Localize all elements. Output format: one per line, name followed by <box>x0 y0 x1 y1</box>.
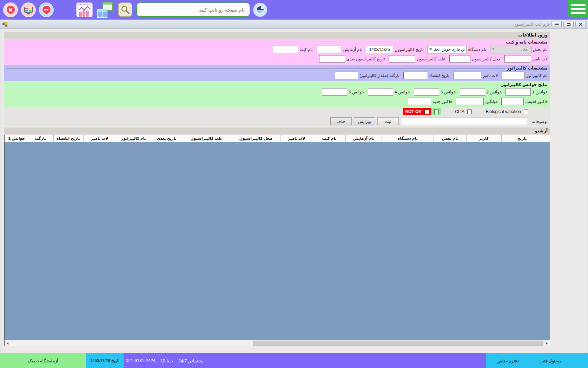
not-ok-checkbox[interactable] <box>424 110 429 114</box>
column-header-reason[interactable]: علت کالیبراسیون <box>182 135 231 142</box>
column-header-date[interactable]: تاریخ <box>501 135 543 142</box>
lot-number-input[interactable] <box>504 55 531 63</box>
reading4-label: خوانش 4 <box>395 90 410 94</box>
tech-manager-link[interactable]: مسئول فنی <box>540 358 562 363</box>
arrow-left-icon <box>7 342 8 345</box>
calib-reason-input[interactable] <box>389 55 415 63</box>
reading4-input[interactable] <box>368 88 393 96</box>
window-title: فرم ثبت کالیبراسیون <box>513 22 550 27</box>
next-calib-date-input[interactable] <box>319 55 345 63</box>
archive-table-body <box>5 142 550 340</box>
submit-button[interactable]: ثبت <box>377 117 399 125</box>
kit-name-input[interactable] <box>273 46 298 53</box>
biological-variation-checkbox[interactable] <box>524 110 528 114</box>
minimize-app-button[interactable] <box>39 2 54 17</box>
reading2-input[interactable] <box>460 88 485 96</box>
calibration-form-window: فرم ثبت کالیبراسیون ورود اطلاعات مشخصات … <box>0 19 588 353</box>
column-header-calibrator[interactable]: نام کالیبراتور <box>116 135 151 142</box>
lab-name-segment: آزمایشگاه دیمیک <box>0 353 86 368</box>
window-titlebar: فرم ثبت کالیبراسیون <box>0 20 588 29</box>
scroll-left-button[interactable] <box>5 340 11 346</box>
calibrator-name-input[interactable] <box>502 72 525 79</box>
section-base-kit: مشخصات پایه و کیت نام بخش انعقاد نام دست… <box>4 39 550 65</box>
reading5-input[interactable] <box>322 88 347 96</box>
horizontal-scrollbar[interactable] <box>5 340 550 346</box>
column-header-location[interactable]: محل کالیبراسیون <box>231 135 280 142</box>
close-button[interactable] <box>575 21 586 27</box>
lot-number-label: لات نامبر <box>533 57 548 61</box>
reading1-label: خوانش 1 <box>532 90 548 94</box>
charts-button[interactable] <box>76 2 93 17</box>
chevron-down-icon <box>492 48 495 50</box>
old-factor-input[interactable] <box>501 98 524 105</box>
maximize-button[interactable] <box>563 21 574 27</box>
calib-location-input[interactable] <box>449 55 470 63</box>
section-calibrator: مشخصات کالیبراتور نام کالیبراتور لات نام… <box>4 65 550 81</box>
readings-title: نتایج خوانش کالیبراتور <box>501 82 548 87</box>
entry-header: ورود اطلاعات <box>4 32 550 39</box>
column-header-next-date[interactable]: تاریخ بعدی <box>151 135 182 142</box>
edit-button[interactable]: ویرایش <box>354 117 375 125</box>
reading1-input[interactable] <box>506 88 531 96</box>
target-input[interactable] <box>335 72 358 79</box>
device-combobox[interactable]: بن ماری جوش انعقاد <box>428 46 467 53</box>
page-search-input[interactable] <box>136 2 250 17</box>
calib-date-label: تاریخ کالیبراسیون <box>395 47 424 52</box>
calib-location-label: محل کالیبراسیون <box>472 57 501 61</box>
eye-button[interactable] <box>253 3 267 17</box>
scrollbar-thumb[interactable] <box>253 341 543 346</box>
clia-checkbox[interactable] <box>467 110 472 114</box>
date-segment: تاریخ:1403/11/25 <box>86 353 124 368</box>
minimize-button[interactable] <box>551 21 562 27</box>
mean-label: میانگین <box>485 99 497 104</box>
calib-reason-label: علت کالیبراسیون <box>417 57 445 61</box>
close-icon <box>6 5 15 14</box>
not-ok-label: NOT OK <box>405 109 422 114</box>
archive-table-header: تاریخ کاربر نام بخش نام دستگاه نام آزمای… <box>5 135 550 142</box>
calibrator-lot-input[interactable] <box>453 72 481 79</box>
delete-button[interactable]: حذف <box>330 117 352 125</box>
old-factor-label: فاکتور قدیمی <box>525 99 548 104</box>
column-header-calibrator-lot[interactable]: لات نامبر <box>83 135 116 142</box>
column-header-expiry[interactable]: تاریخ انقضاء <box>53 135 83 142</box>
show-desktop-button[interactable] <box>21 2 36 17</box>
reading3-label: خوانش 3 <box>441 90 456 94</box>
test-name-input[interactable] <box>317 46 342 53</box>
lab-name: آزمایشگاه دیمیک <box>28 358 58 363</box>
column-header-kit[interactable]: نام کیت <box>313 135 345 142</box>
archive-header: آرشیو <box>4 127 550 134</box>
menu-button[interactable] <box>568 0 588 18</box>
scroll-right-button[interactable] <box>544 340 550 346</box>
close-app-button[interactable] <box>3 2 18 17</box>
column-header-device[interactable]: نام دستگاه <box>382 135 434 142</box>
chart-icon <box>78 4 91 5</box>
biological-variation-label: Biological variation <box>486 109 521 114</box>
clia-label: CLIA <box>455 109 464 114</box>
calibrator-lot-label: لات نامبر <box>483 73 498 78</box>
calibrator-name-label: نام کالیبراتور <box>526 73 548 78</box>
new-factor-input[interactable] <box>408 98 431 105</box>
calib-date-input[interactable] <box>366 46 393 53</box>
mean-input[interactable] <box>456 98 484 105</box>
column-header-test[interactable]: نام آزمایش <box>345 135 382 142</box>
device-value: بن ماری جوش انعقاد <box>434 47 465 52</box>
not-ok-badge: NOT OK <box>403 108 431 115</box>
window-front-icon <box>97 9 107 18</box>
column-header-user[interactable]: کاربر <box>466 135 501 142</box>
department-combobox[interactable]: انعقاد <box>490 46 531 53</box>
monitor-icon <box>24 7 33 13</box>
department-label: نام بخش <box>533 47 548 52</box>
column-header-department[interactable]: نام بخش <box>434 135 466 142</box>
column-header-target[interactable]: تارگت <box>27 135 53 142</box>
windows-button[interactable] <box>95 2 114 18</box>
column-header-lot[interactable]: لات نامبر <box>280 135 313 142</box>
expiry-date-input[interactable] <box>403 72 428 79</box>
search-button[interactable] <box>118 2 132 17</box>
minimize-icon <box>555 24 559 25</box>
column-header-reading1[interactable]: خوانش 1 <box>6 135 27 142</box>
reading3-input[interactable] <box>414 88 439 96</box>
ok-checkbox[interactable] <box>434 110 439 114</box>
column-header-selector[interactable] <box>543 135 550 142</box>
comments-input[interactable] <box>401 118 528 125</box>
phonebook-link[interactable]: دفترچه تلفن <box>497 358 519 363</box>
